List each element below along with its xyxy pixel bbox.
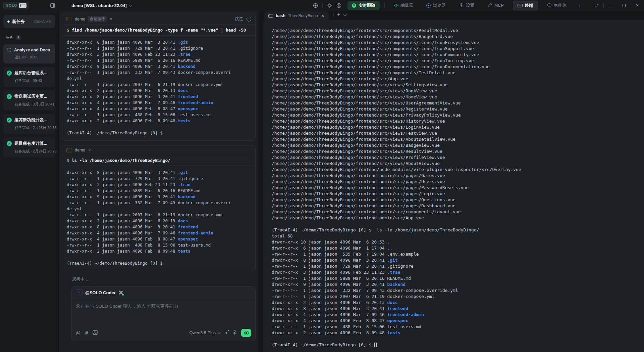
terminal-line: -rw-r--r-- 1 jason jason 2007 Mar 6 21:1…: [272, 294, 641, 300]
feedback-icon[interactable]: [313, 3, 318, 8]
tasks-section-label: 任务: [5, 35, 13, 40]
terminal-shell-name: bash: [276, 13, 285, 18]
live-follow-panel: demo 自动运行 ✕ 跳过 $ find /home/jason/demo/T…: [59, 11, 258, 352]
tab-agent-label: 智能体: [554, 3, 567, 8]
new-task-button[interactable]: + 新任务 Ctrl+Alt+N: [3, 15, 55, 28]
plus-icon: +: [7, 19, 10, 24]
directory-name: frontend-admin: [178, 230, 213, 235]
terminal-tab-bash[interactable]: bash ThreeBodyBingo ✕: [264, 11, 329, 20]
directory-name: .git: [387, 258, 397, 263]
directory-name: ..: [387, 246, 392, 251]
sidebar-toggle-icon[interactable]: [50, 3, 55, 8]
directory-name: tests: [387, 330, 400, 335]
chat-input[interactable]: [76, 303, 251, 323]
terminal-line: /home/jason/demo/ThreeBodyBingo/frontend…: [272, 70, 641, 76]
task-status: 任务完成 · 2月24日 20:29: [7, 149, 52, 154]
directory-name: frontend-admin: [387, 312, 424, 317]
terminal-line: (TraeAI-4) ~/demo/ThreeBodyBingo [0] $: [67, 260, 251, 266]
kill-terminal-icon[interactable]: ✕: [88, 148, 91, 152]
terminal-line: /home/jason/demo/ThreeBodyBingo/frontend…: [272, 209, 641, 215]
directory-name: frontend: [178, 224, 198, 229]
enhance-prompt-icon[interactable]: ✦: [224, 331, 228, 336]
task-list-item[interactable]: 推荐新功能开发...任务完成 · 2月28日 20:55: [3, 114, 55, 134]
add-tab-button[interactable]: +: [576, 3, 583, 8]
new-task-label: 新任务: [12, 19, 25, 25]
tab-mcp[interactable]: MCP: [483, 1, 508, 10]
close-tab-icon[interactable]: ✕: [321, 14, 324, 18]
task-status: 任务完成 · 09:43: [7, 78, 52, 83]
solo-logo[interactable]: SOLO: [3, 2, 29, 9]
tab-agent[interactable]: 智能体: [543, 1, 571, 10]
model-selector[interactable]: Qwen3.5-Plus: [190, 331, 220, 335]
directory-name: backend: [387, 282, 406, 287]
terminal-line: /home/jason/demo/ThreeBodyBingo/frontend…: [272, 173, 641, 179]
command-text: ls -la /home/jason/demo/ThreeBodyBingo/: [72, 158, 170, 163]
maximize-button[interactable]: [617, 0, 631, 11]
directory-name: frontend: [178, 94, 198, 99]
task-title: 推荐新功能开发...: [14, 117, 47, 123]
task-title: 题目稀有度计算...: [14, 141, 47, 146]
task-title: Analyze and Docu...: [14, 48, 52, 52]
terminal-card-2: demo ✕ $ ls -la /home/jason/demo/ThreeBo…: [62, 145, 256, 271]
terminal-output[interactable]: /home/jason/demo/ThreeBodyBingo/frontend…: [263, 20, 644, 352]
context-hash-icon[interactable]: #: [85, 330, 88, 336]
tab-terminal[interactable]: 终端: [513, 1, 538, 10]
tools-icon[interactable]: [118, 290, 123, 295]
skip-button[interactable]: 跳过: [235, 16, 243, 22]
terminal-line: drwxr-xr-x 10 jason jason 4096 Mar 6 20:…: [272, 239, 641, 245]
terminal-line: [67, 124, 251, 130]
terminal-line: /home/jason/demo/ThreeBodyBingo/frontend…: [272, 76, 641, 82]
terminal-line: /home/jason/demo/ThreeBodyBingo/frontend…: [272, 124, 641, 130]
terminal-line: drwxr-xr-x 3 jason jason 4096 Feb 23 11:…: [67, 51, 251, 57]
tab-live-follow-label: 实时跟随: [359, 3, 375, 8]
terminal-line: (TraeAI-4) ~/demo/ThreeBodyBingo [0] $: [67, 130, 251, 136]
terminal-cursor: [374, 343, 377, 347]
directory-name: .git: [178, 40, 188, 45]
kill-terminal-icon[interactable]: ✕: [109, 17, 112, 21]
solo-terminal-icon: [19, 3, 26, 8]
minimize-button[interactable]: —: [604, 0, 617, 11]
task-list-item[interactable]: 题库后台管理系...任务完成 · 09:43: [3, 67, 55, 87]
collapse-icon[interactable]: [590, 0, 603, 11]
terminal-line: /home/jason/demo/ThreeBodyBingo/frontend…: [272, 197, 641, 203]
new-terminal-button[interactable]: +: [337, 12, 340, 18]
terminal-line: /home/jason/demo/ThreeBodyBingo/frontend…: [272, 40, 641, 46]
task-list-item[interactable]: 题目稀有度计算...任务完成 · 2月24日 20:29: [3, 137, 55, 158]
terminal-panel: bash ThreeBodyBingo ✕ + /home/jason/demo…: [258, 11, 644, 352]
account-icon[interactable]: [336, 3, 341, 8]
tab-settings[interactable]: 设置: [455, 1, 479, 10]
browser-icon: [426, 3, 431, 8]
microphone-icon[interactable]: [232, 330, 237, 336]
terminal-line: /home/jason/demo/ThreeBodyBingo/frontend…: [272, 179, 641, 185]
tab-browser[interactable]: 浏览器: [422, 1, 450, 10]
terminal-line: -rw-r--r-- 1 jason jason 729 Mar 3 20:41…: [67, 176, 251, 182]
image-upload-icon[interactable]: [93, 330, 98, 336]
tab-editor[interactable]: </> 编辑器: [389, 1, 417, 10]
terminal-output[interactable]: drwxr-xr-x 8 jason jason 4096 Mar 3 20:4…: [62, 36, 255, 140]
workspace-title[interactable]: demo [WSL: ubuntu-22.04]: [71, 3, 131, 8]
mention-icon[interactable]: @: [76, 330, 80, 336]
terminal-line: -rw-r--r-- 1 jason jason 332 Mar 7 09:43…: [67, 70, 251, 76]
directory-name: docs: [387, 300, 397, 305]
task-list-item[interactable]: Analyze and Docu...进行中 · 10:05: [3, 44, 55, 63]
terminal-line: -rw-r--r-- 1 jason jason 332 Mar 7 09:43…: [272, 288, 641, 294]
terminal-line: drwxr-xr-x 4 jason jason 4096 Feb 8 08:4…: [67, 236, 251, 242]
terminal-line: /home/jason/demo/ThreeBodyBingo/frontend…: [272, 191, 641, 197]
robot-icon: [547, 3, 552, 8]
close-window-button[interactable]: ✕: [631, 0, 644, 11]
task-list-item[interactable]: 推送测试历史页...任务完成 · 3月3日 20:41: [3, 90, 55, 111]
terminal-line: drwxr-xr-x 2 jason jason 4096 Mar 6 20:1…: [67, 218, 251, 224]
directory-name: backend: [178, 194, 196, 199]
chat-agent-name: @SOLO Coder: [85, 290, 116, 295]
chevron-down-icon[interactable]: [343, 13, 347, 16]
directory-name: tests: [178, 118, 191, 123]
tab-live-follow[interactable]: 实时跟随: [347, 1, 380, 10]
stop-generating-button[interactable]: [241, 329, 251, 337]
command-line: $ ls -la /home/jason/demo/ThreeBodyBingo…: [62, 155, 255, 166]
directory-name: docs: [178, 88, 188, 93]
terminal-line: drwxr-xr-x 3 jason jason 4096 Feb 23 11:…: [67, 182, 251, 188]
terminal-card-title: demo: [75, 17, 85, 21]
gear-icon[interactable]: [327, 3, 332, 8]
terminal-output[interactable]: drwxr-xr-x 8 jason jason 4096 Mar 3 20:4…: [62, 166, 255, 271]
terminal-line: drwxr-xr-x 8 jason jason 4096 Mar 3 20:4…: [67, 39, 251, 45]
